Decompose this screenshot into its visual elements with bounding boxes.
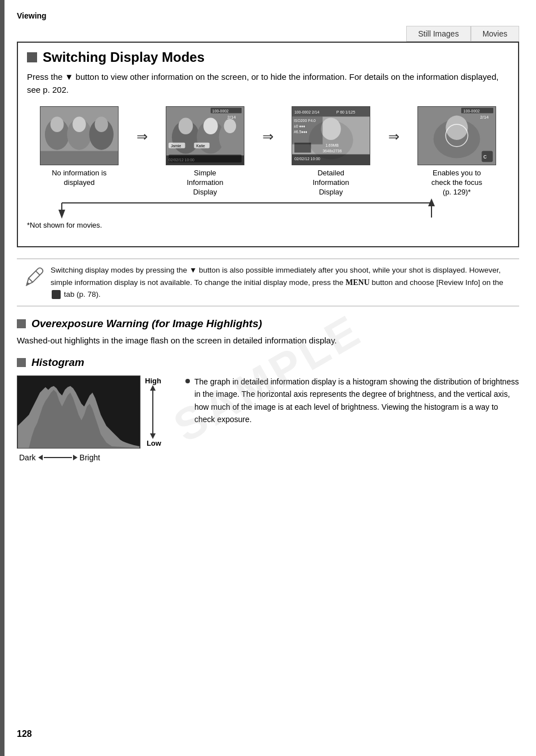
histogram-right: The graph in detailed information displa…: [180, 375, 519, 426]
flow-label-3: DetailedInformationDisplay: [312, 169, 349, 197]
left-border: [0, 0, 4, 756]
svg-text:P 60 1/125: P 60 1/125: [337, 110, 355, 114]
flow-label-4: Enables you tocheck the focus(p. 129)*: [431, 169, 482, 197]
svg-text:2/14: 2/14: [227, 115, 236, 120]
flow-image-4: 100-0002 2/14 c: [417, 106, 496, 165]
histogram-icon: [17, 358, 26, 367]
svg-text:100-0002: 100-0002: [464, 109, 480, 113]
svg-marker-48: [58, 210, 65, 219]
main-section-box: Switching Display Modes Press the ▼ butt…: [17, 42, 519, 247]
arrow-right-head: [73, 455, 78, 460]
axis-up-arrow: [150, 385, 156, 391]
flow-arrow-1: ⇒: [134, 106, 151, 144]
histogram-section: Histogram: [17, 356, 519, 462]
histogram-axis: High Low: [140, 375, 166, 449]
flow-image-3: 100-0002 2/14 P 60 1/125 ISO200 F4.0 ±0 …: [292, 106, 370, 165]
flow-image-1: [40, 106, 119, 165]
svg-text:02/02/12  10:00: 02/02/12 10:00: [169, 158, 194, 162]
svg-text:100-0002: 100-0002: [212, 109, 229, 113]
svg-text:Katie: Katie: [196, 144, 205, 148]
svg-point-2: [51, 116, 64, 132]
dark-label: Dark: [19, 453, 36, 462]
histogram-description: The graph in detailed information displa…: [194, 375, 519, 426]
bullet-dot: [185, 379, 190, 383]
histogram-left: High Low Dark: [17, 375, 180, 462]
histogram-chart-container: High Low: [17, 375, 180, 449]
overexposure-title: Overexposure Warning (for Image Highligh…: [31, 318, 262, 330]
overexposure-section: Overexposure Warning (for Image Highligh…: [17, 318, 519, 347]
flow-item-3: 100-0002 2/14 P 60 1/125 ISO200 F4.0 ±0 …: [279, 106, 383, 197]
flow-arrow-3: ⇒: [385, 106, 402, 144]
histogram-chart: [17, 375, 140, 449]
svg-point-14: [224, 119, 237, 133]
svg-point-10: [179, 117, 193, 134]
svg-point-12: [203, 117, 218, 134]
flow-label-2: SimpleInformationDisplay: [187, 169, 223, 197]
histogram-bullet: The graph in detailed information displa…: [185, 375, 519, 426]
histogram-title-row: Histogram: [17, 356, 519, 369]
svg-text:100-0002  2/14: 100-0002 2/14: [294, 110, 320, 114]
flow-item-2: Jamie Katie 02/02/12 10:00 100-0002 2/14: [153, 106, 257, 197]
overexposure-title-row: Overexposure Warning (for Image Highligh…: [17, 318, 519, 330]
section-title-icon: [27, 52, 37, 62]
main-section-title: Switching Display Modes: [43, 49, 205, 65]
svg-text:02/02/12  10:00: 02/02/12 10:00: [294, 157, 320, 161]
note-box: Switching display modes by pressing the …: [17, 259, 519, 307]
loop-arrow: [27, 198, 454, 219]
note-icon: [24, 266, 44, 288]
flow-item-4: 100-0002 2/14 c Enables you tocheck the …: [405, 106, 509, 197]
histogram-title: Histogram: [31, 356, 84, 369]
axis-vert-line: [152, 391, 153, 433]
svg-text:c: c: [483, 152, 487, 160]
svg-rect-19: [166, 155, 244, 165]
section-label: Viewing: [17, 11, 519, 20]
flow-label-1: No information isdisplayed: [52, 169, 107, 188]
dark-bright-row: Dark Bright: [19, 453, 180, 462]
svg-point-4: [72, 116, 86, 132]
menu-text: MENU: [346, 278, 370, 287]
flow-arrow-2: ⇒: [260, 106, 276, 144]
svg-line-54: [36, 271, 40, 275]
svg-text:Jamie: Jamie: [171, 144, 181, 148]
overexposure-icon: [17, 319, 26, 328]
overexposure-text: Washed-out highlights in the image flash…: [17, 334, 519, 347]
svg-rect-36: [294, 143, 311, 153]
svg-text:1.69MB: 1.69MB: [325, 143, 339, 147]
horiz-line: [44, 457, 72, 458]
svg-text:±0  ♦♦♦: ±0 ♦♦♦: [294, 124, 306, 128]
intro-text: Press the ▼ button to view other informa…: [27, 71, 509, 96]
svg-text:#6.5♦♦♦: #6.5♦♦♦: [294, 130, 307, 134]
note-text: Switching display modes by pressing the …: [51, 265, 512, 301]
histogram-content: High Low Dark: [17, 375, 519, 462]
flow-item-1: No information isdisplayed: [27, 106, 131, 188]
axis-label-high: High: [145, 377, 161, 385]
page-container: SAMPLE Viewing Still Images Movies Switc…: [0, 0, 536, 756]
svg-text:ISO200 F4.0: ISO200 F4.0: [294, 119, 316, 123]
tab-movies[interactable]: Movies: [471, 26, 519, 42]
image-flow: No information isdisplayed ⇒: [27, 106, 509, 197]
svg-point-6: [95, 116, 108, 132]
section-title-bar: Switching Display Modes: [27, 49, 509, 65]
axis-down-arrow: [150, 433, 156, 439]
horiz-arrow-line: [38, 455, 78, 460]
arrow-left-head: [38, 455, 43, 460]
svg-line-53: [29, 278, 33, 282]
not-shown-text: *Not shown for movies.: [27, 221, 509, 229]
flow-image-2: Jamie Katie 02/02/12 10:00 100-0002 2/14: [166, 106, 244, 165]
tabs-row: Still Images Movies: [17, 26, 519, 42]
svg-rect-7: [40, 151, 118, 165]
axis-label-low: Low: [147, 439, 161, 447]
page-number: 128: [17, 729, 32, 739]
tab-still-images[interactable]: Still Images: [406, 26, 470, 42]
svg-point-26: [321, 117, 340, 139]
svg-text:3648x2736: 3648x2736: [322, 149, 342, 153]
svg-text:2/14: 2/14: [480, 115, 489, 120]
bright-label: Bright: [80, 453, 101, 462]
